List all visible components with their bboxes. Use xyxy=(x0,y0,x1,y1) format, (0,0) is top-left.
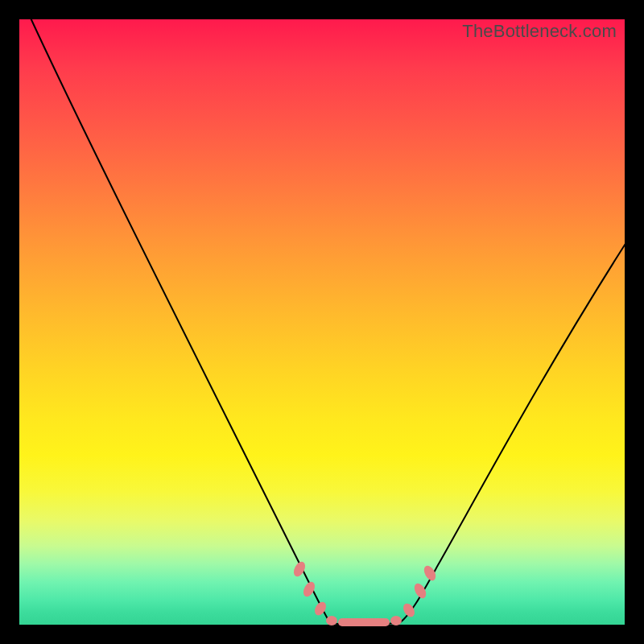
marker-dot xyxy=(326,616,337,625)
marker-dot xyxy=(412,581,428,600)
marker-dot xyxy=(422,564,438,582)
plot-area: TheBottleneck.com xyxy=(19,19,625,625)
marker-dot xyxy=(390,616,402,625)
chart-svg xyxy=(19,19,625,625)
marker-dot xyxy=(301,580,317,598)
right-curve xyxy=(399,240,628,623)
left-curve xyxy=(29,14,330,623)
valley-band xyxy=(338,618,390,626)
chart-frame: TheBottleneck.com xyxy=(0,0,644,644)
